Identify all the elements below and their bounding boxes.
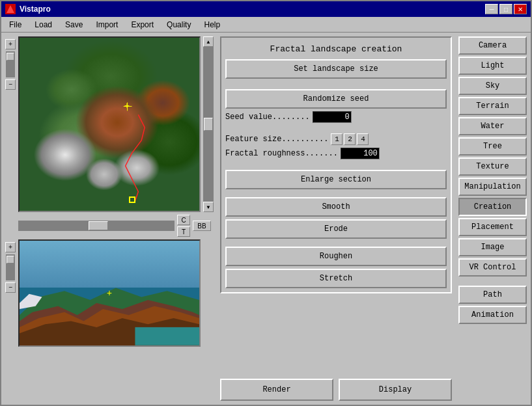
- zoom-in-button2[interactable]: +: [5, 242, 16, 252]
- scroll-thumb-v[interactable]: [204, 118, 213, 131]
- svg-rect-9: [135, 327, 199, 345]
- title-bar-left: Vistapro: [5, 4, 51, 14]
- feature-label: Feature size..........: [225, 135, 328, 144]
- view3d-row: + −: [5, 239, 214, 347]
- crosshair-top: +: [124, 101, 130, 111]
- restore-button[interactable]: □: [499, 4, 512, 14]
- feature-val-2[interactable]: 2: [344, 133, 356, 145]
- texture-button[interactable]: Texture: [458, 157, 527, 176]
- title-bar: Vistapro ─ □ ✕: [1, 1, 531, 17]
- app-icon: [5, 4, 16, 14]
- feature-inputs: 1 2 4: [331, 133, 369, 145]
- top-map-view: +: [18, 36, 201, 212]
- menu-export[interactable]: Export: [126, 19, 159, 31]
- vertical-scrollbar[interactable]: ▲ ▼: [203, 36, 214, 212]
- tree-button[interactable]: Tree: [458, 137, 527, 156]
- seed-label: Seed value........: [225, 113, 310, 122]
- selection-marker: [129, 196, 135, 203]
- scroll-thumb-h[interactable]: [89, 221, 108, 230]
- menu-quality[interactable]: Quality: [161, 19, 196, 31]
- roughness-label: Fractal roughness.......: [225, 149, 338, 158]
- set-landscape-button[interactable]: Set landscape size: [225, 59, 447, 79]
- window-controls: ─ □ ✕: [485, 4, 527, 14]
- enlarge-section-button[interactable]: Enlarge section: [225, 170, 447, 189]
- t-button[interactable]: T: [177, 226, 190, 237]
- stretch-button[interactable]: Stretch: [225, 269, 447, 288]
- menu-bar: File Load Save Import Export Quality Hel…: [1, 17, 531, 33]
- feature-row: Feature size.......... 1 2 4: [225, 133, 447, 145]
- camera-button[interactable]: Camera: [458, 36, 527, 55]
- water-button[interactable]: Water: [458, 117, 527, 135]
- sky-button[interactable]: Sky: [458, 77, 527, 95]
- bb-button[interactable]: BB: [193, 221, 211, 231]
- menu-save[interactable]: Save: [60, 19, 88, 31]
- scroll-down-btn[interactable]: ▼: [203, 202, 214, 212]
- render-row: Render Display: [220, 379, 452, 401]
- 3d-view: +: [18, 239, 201, 347]
- zoom-out-button2[interactable]: −: [5, 282, 16, 293]
- randomize-seed-button[interactable]: Randomize seed: [225, 89, 447, 109]
- terrain-button[interactable]: Terrain: [458, 97, 527, 115]
- feature-val-4[interactable]: 4: [357, 133, 369, 145]
- menu-load[interactable]: Load: [29, 19, 57, 31]
- c-button[interactable]: C: [177, 215, 190, 225]
- light-button[interactable]: Light: [458, 57, 527, 75]
- terrain-svg: [20, 267, 199, 345]
- render-button[interactable]: Render: [220, 379, 333, 401]
- window-title: Vistapro: [20, 5, 51, 14]
- landscape-panel: Fractal landscape creation Set landscape…: [220, 36, 452, 293]
- left-panel: + − +: [5, 36, 214, 401]
- middle-panel: Fractal landscape creation Set landscape…: [217, 36, 455, 401]
- close-button[interactable]: ✕: [514, 4, 527, 14]
- menu-help[interactable]: Help: [199, 19, 225, 31]
- right-panel: Camera Light Sky Terrain Water Tree Text…: [458, 36, 527, 401]
- display-button[interactable]: Display: [339, 379, 452, 401]
- seed-input[interactable]: [313, 111, 352, 123]
- path-button[interactable]: Path: [458, 286, 527, 304]
- zoom-in-button[interactable]: +: [5, 39, 16, 49]
- creation-button[interactable]: Creation: [458, 198, 527, 216]
- vr-control-button[interactable]: VR Control: [458, 258, 527, 277]
- ct-buttons: C T: [177, 215, 190, 237]
- minimize-button[interactable]: ─: [485, 4, 498, 14]
- menu-file[interactable]: File: [4, 19, 27, 31]
- menu-import[interactable]: Import: [91, 19, 123, 31]
- map-controls-row: C T BB: [5, 215, 214, 237]
- erode-button[interactable]: Erode: [225, 219, 447, 239]
- roughen-button[interactable]: Roughen: [225, 247, 447, 266]
- crosshair-bottom: +: [107, 288, 112, 299]
- image-button[interactable]: Image: [458, 238, 527, 256]
- scroll-track-v[interactable]: [203, 47, 214, 202]
- feature-val-1[interactable]: 1: [331, 133, 343, 145]
- manipulation-button[interactable]: Manipulation: [458, 178, 527, 196]
- topo-map: [20, 38, 199, 211]
- top-map-container: + − +: [5, 36, 214, 212]
- placement-button[interactable]: Placement: [458, 218, 527, 236]
- left-zoom-controls: + −: [5, 36, 16, 212]
- scroll-up-btn[interactable]: ▲: [203, 36, 214, 47]
- animation-button[interactable]: Animation: [458, 306, 527, 324]
- roughness-input[interactable]: [341, 148, 380, 159]
- panel-title: Fractal landscape creation: [225, 42, 447, 57]
- horizontal-scrollbar[interactable]: [18, 221, 175, 231]
- seed-row: Seed value........: [225, 111, 447, 123]
- smooth-button[interactable]: Smooth: [225, 197, 447, 217]
- zoom-out-button[interactable]: −: [5, 79, 16, 90]
- main-window: Vistapro ─ □ ✕ File Load Save Import Exp…: [0, 0, 532, 406]
- roughness-row: Fractal roughness.......: [225, 148, 447, 159]
- main-content: + − +: [1, 33, 531, 405]
- left-zoom-controls2: + −: [5, 239, 16, 347]
